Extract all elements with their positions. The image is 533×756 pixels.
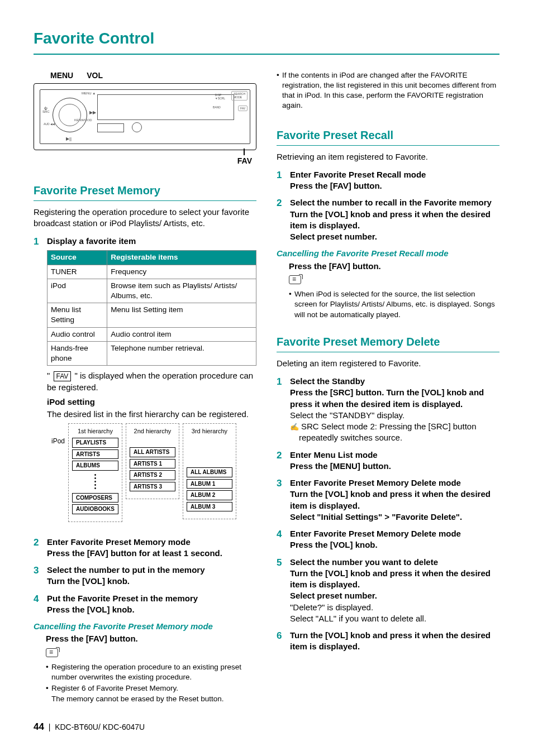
- delete-step-4-action: Press the [VOL] knob.: [290, 539, 499, 551]
- recall-notes-list: When iPod is selected for the source, th…: [289, 289, 499, 320]
- step-3-title: Select the number to put in the memory: [47, 564, 256, 576]
- memory-heading: Favorite Preset Memory: [34, 183, 256, 201]
- delete-step-3-action2: Select "Initial Settings" > "Favorite De…: [290, 511, 499, 523]
- delete-step-3-title: Enter Favorite Preset Memory Delete mode: [290, 477, 499, 489]
- table-row: Hands-free phoneTelephone number retriev…: [47, 341, 256, 365]
- table-row: Audio controlAudio control item: [47, 327, 256, 341]
- recall-step-2-action: Turn the [VOL] knob and press it when th…: [290, 209, 499, 232]
- panel-label-fav: FAV: [34, 156, 252, 166]
- model-number: KDC-BT60U/ KDC-6047U: [55, 722, 145, 731]
- table-header-items: Registerable items: [107, 251, 256, 265]
- recall-heading: Favorite Preset Recall: [277, 128, 499, 146]
- delete-step-5-action: Turn the [VOL] knob and press it when th…: [290, 568, 499, 591]
- cancel-memory-heading: Cancelling the Favorite Preset Memory mo…: [34, 621, 256, 632]
- chevron-right-icon: >: [384, 512, 389, 521]
- delete-step-1-action: Press the [SRC] button. Turn the [VOL] k…: [290, 387, 499, 410]
- panel-label-vol: VOL: [87, 70, 103, 81]
- step-1-title: Display a favorite item: [47, 236, 256, 247]
- step-2-action: Press the [FAV] button for at least 1 se…: [47, 548, 256, 559]
- delete-step-2-title: Enter Menu List mode: [290, 449, 499, 461]
- radio-panel-figure: ⏻SRC MENU ▲ KENWOOD AUD ◀◀ ▶▶ ▶|| SEARCH…: [34, 83, 256, 150]
- list-item: Registering the operation procedure to a…: [46, 662, 256, 682]
- delete-heading: Favorite Preset Memory Delete: [277, 334, 499, 352]
- delete-step-5-note1: "Delete?" is displayed.: [290, 602, 499, 613]
- table-row: TUNERFrequency: [47, 265, 256, 279]
- ipod-hierarchy-figure: iPod 1st hierarchy PLAYLISTS ARTISTS ALB…: [51, 423, 256, 521]
- right-column: If the contents in iPod are changed afte…: [277, 70, 499, 705]
- delete-step-1-pencil-note: ✍SRC Select mode 2: Pressing the [SRC] b…: [290, 421, 499, 444]
- page-footer: 44 | KDC-BT60U/ KDC-6047U: [34, 721, 145, 734]
- delete-step-6-title: Turn the [VOL] knob and press it when th…: [290, 630, 499, 653]
- memory-notes-list-continued: If the contents in iPod are changed afte…: [277, 70, 499, 111]
- list-item: Register 6 of Favorite Preset Memory. Th…: [46, 683, 256, 704]
- delete-step-1-title: Select the Standby: [290, 376, 499, 387]
- table-row: iPodBrowse item such as Playlists/ Artis…: [47, 279, 256, 303]
- manual-icon: [289, 275, 301, 284]
- delete-step-5-title: Select the number you want to delete: [290, 557, 499, 568]
- fav-indicator-box: FAV: [54, 371, 72, 381]
- left-column: MENU VOL ⏻SRC MENU ▲ KENWOOD AUD ◀◀ ▶▶ ▶…: [34, 70, 256, 705]
- step-4-title: Put the Favorite Preset in the memory: [47, 593, 256, 604]
- step-4-action: Press the [VOL] knob.: [47, 604, 256, 615]
- cancel-memory-action: Press the [FAV] button.: [46, 633, 256, 644]
- fav-displayed-note: " FAV " is displayed when the operation …: [47, 370, 256, 393]
- recall-step-2-action2: Select preset number.: [290, 231, 499, 242]
- ipod-setting-note: The desired list in the first hierarchy …: [47, 409, 256, 420]
- memory-notes-list: Registering the operation procedure to a…: [46, 662, 256, 704]
- delete-step-2-action: Press the [MENU] button.: [290, 461, 499, 472]
- list-item: When iPod is selected for the source, th…: [289, 289, 499, 320]
- recall-step-1-action: Press the [FAV] button.: [290, 180, 499, 192]
- manual-icon: [46, 648, 58, 657]
- panel-label-menu: MENU: [50, 70, 73, 81]
- ipod-setting-heading: iPod setting: [47, 396, 256, 408]
- cancel-recall-action: Press the [FAV] button.: [289, 261, 499, 272]
- delete-step-1-note: Select the "STANDBY" display.: [290, 410, 499, 421]
- table-header-source: Source: [47, 251, 107, 265]
- delete-intro: Deleting an item registered to Favorite.: [277, 358, 499, 369]
- list-item: If the contents in iPod are changed afte…: [277, 70, 499, 111]
- page-title: Favorite Control: [34, 28, 499, 55]
- recall-step-2-title: Select the number to recall in the Favor…: [290, 197, 499, 208]
- table-row: Menu list SettingMenu list Setting item: [47, 303, 256, 327]
- recall-step-1-title: Enter Favorite Preset Recall mode: [290, 169, 499, 180]
- pencil-icon: ✍: [290, 423, 299, 431]
- delete-step-5-note2: Select "ALL" if you want to delete all.: [290, 613, 499, 624]
- memory-intro: Registering the operation procedure to s…: [34, 207, 256, 229]
- source-table: Source Registerable items TUNERFrequency…: [47, 250, 256, 366]
- page-number: 44: [34, 721, 44, 732]
- cancel-recall-heading: Cancelling the Favorite Preset Recall mo…: [277, 248, 499, 259]
- step-3-action: Turn the [VOL] knob.: [47, 576, 256, 587]
- delete-step-3-action: Turn the [VOL] knob and press it when th…: [290, 489, 499, 511]
- delete-step-5-action2: Select preset number.: [290, 590, 499, 601]
- step-2-title: Enter Favorite Preset Memory mode: [47, 537, 256, 548]
- delete-step-4-title: Enter Favorite Preset Memory Delete mode: [290, 528, 499, 539]
- step-number: 1: [34, 236, 42, 531]
- recall-intro: Retrieving an item registered to Favorit…: [277, 151, 499, 162]
